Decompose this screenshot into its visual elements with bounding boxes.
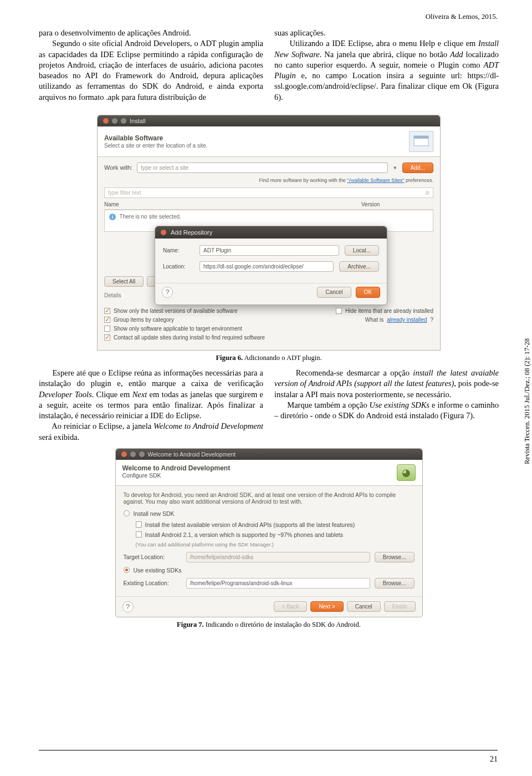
welcome-dialog: Welcome to Android Development Welcome t… — [115, 448, 423, 617]
figure-7: Welcome to Android Development Welcome t… — [115, 448, 423, 629]
install-banner-icon — [409, 131, 433, 152]
intro-paragraph-left: para o desenvolvimento de aplicações And… — [39, 28, 263, 103]
existing-location-input[interactable]: /home/felipe/Programas/android-sdk-linux — [186, 578, 370, 589]
chk2-label: Group items by category — [114, 317, 174, 323]
radio-existing-label: Use existing SDKs — [134, 567, 182, 574]
checkbox-contact-sites[interactable] — [104, 334, 110, 341]
available-software-header: Available Software Select a site or ente… — [98, 126, 440, 157]
checkbox-android21[interactable] — [136, 531, 142, 537]
radio-use-existing[interactable] — [124, 567, 130, 573]
available-sites-link[interactable]: "Available Software Sites" — [347, 177, 404, 183]
intro-col-right: suas aplicações. Utilizando a IDE Eclips… — [274, 28, 499, 103]
existing-location-label: Existing Location: — [124, 580, 182, 586]
welcome-max-icon[interactable] — [139, 452, 145, 457]
footer-rule — [39, 750, 498, 750]
install-title: Install — [130, 118, 146, 124]
chk-latest-api-label: Install the latest available version of … — [145, 521, 355, 528]
sdk-manager-note: (You can add additional platforms using … — [136, 541, 415, 547]
install-titlebar: Install — [98, 115, 440, 126]
checkbox-latest-versions[interactable] — [104, 308, 110, 314]
welcome-header-title: Welcome to Android Development — [122, 464, 231, 472]
window-max-icon[interactable] — [121, 118, 126, 124]
table-header: Name Version — [104, 201, 433, 210]
radio-install-new-sdk[interactable] — [124, 510, 130, 516]
work-with-input[interactable]: type or select a site — [137, 163, 388, 173]
intro-col-left: para o desenvolvimento de aplicações And… — [39, 28, 263, 103]
checkbox-latest-api[interactable] — [136, 521, 142, 528]
figure-6-caption: Figura 6. Adicionando o ADT plugin. — [97, 354, 441, 362]
window-min-icon[interactable] — [112, 118, 117, 124]
radio-install-label: Install new SDK — [134, 510, 175, 517]
col-name: Name — [104, 201, 361, 207]
body2-left: Espere até que o Eclipse reúna as inform… — [39, 368, 263, 443]
local-button[interactable]: Local... — [345, 245, 379, 256]
welcome-help-icon[interactable]: ? — [122, 601, 134, 612]
window-close-icon[interactable] — [103, 118, 109, 124]
software-table: i There is no site selected. Add Reposit… — [104, 210, 433, 232]
already-installed-link[interactable]: already installed — [387, 317, 427, 323]
checkbox-group-category[interactable] — [104, 317, 110, 323]
chk1r-label: Hide items that are already installed — [345, 308, 433, 314]
target-browse-button[interactable]: Browse... — [375, 552, 415, 562]
figure-7-caption: Figura 7. Indicando o diretório de insta… — [115, 621, 423, 629]
select-all-button[interactable]: Select All — [104, 276, 144, 287]
back-button: < Back — [274, 601, 308, 612]
add-repository-dialog: Add Repository Name: ADT Plugin Local...… — [155, 226, 387, 305]
figure-6: Install Available Software Select a site… — [97, 115, 441, 362]
welcome-min-icon[interactable] — [130, 452, 136, 457]
info-icon: i — [109, 214, 116, 220]
welcome-header: Welcome to Android Development Configure… — [116, 460, 422, 486]
page-number: 21 — [490, 755, 498, 764]
checkbox-applicable-target[interactable] — [104, 326, 110, 332]
no-site-message: There is no site selected. — [120, 214, 181, 220]
target-location-input[interactable]: /home/felipe/android-sdks — [186, 552, 370, 562]
name-label: Name: — [163, 247, 194, 253]
cancel-button-2[interactable]: Cancel — [347, 601, 381, 612]
available-subtitle: Select a site or enter the location of a… — [104, 143, 207, 149]
chk1-label: Show only the latest versions of availab… — [114, 308, 237, 314]
page-header-author: Oliveira & Lemos, 2015. — [426, 12, 498, 21]
body-columns-2: Espere até que o Eclipse reúna as inform… — [39, 368, 499, 443]
checkbox-hide-installed[interactable] — [336, 308, 342, 314]
target-location-label: Target Location: — [124, 554, 182, 560]
body2-right: Recomenda-se desmarcar a opção install t… — [274, 368, 499, 443]
existing-browse-button[interactable]: Browse... — [375, 578, 415, 589]
next-button[interactable]: Next > — [310, 601, 343, 612]
add-repo-titlebar: Add Repository — [155, 226, 387, 239]
install-dialog: Install Available Software Select a site… — [97, 115, 441, 351]
welcome-titlebar: Welcome to Android Development — [116, 449, 422, 460]
location-input[interactable]: https://dl-ssl.google.com/android/eclips… — [200, 261, 334, 272]
welcome-close-icon[interactable] — [121, 452, 127, 457]
work-with-row: Work with: type or select a site ▾ Add..… — [98, 157, 440, 176]
available-title: Available Software — [104, 134, 163, 142]
intro-columns: para o desenvolvimento de aplicações And… — [39, 28, 499, 103]
chk4-label: Contact all update sites during install … — [114, 334, 265, 341]
chk3-label: Show only software applicable to target … — [114, 326, 242, 332]
name-input[interactable]: ADT Plugin — [200, 245, 339, 256]
filter-clear-icon[interactable]: ⊘ — [425, 190, 429, 196]
ok-button[interactable]: OK — [356, 287, 380, 298]
filter-input[interactable]: type filter text ⊘ — [104, 187, 433, 198]
location-label: Location: — [163, 263, 194, 270]
cancel-button[interactable]: Cancel — [317, 287, 351, 298]
welcome-header-sub: Configure SDK — [122, 472, 231, 479]
add-button[interactable]: Add... — [402, 163, 433, 173]
hint-row: Find more software by working with the "… — [98, 176, 440, 187]
chk-android21-label: Install Android 2.1, a version which is … — [145, 531, 344, 538]
svg-rect-1 — [414, 136, 428, 139]
help-icon[interactable]: ? — [162, 287, 173, 298]
col-version: Version — [361, 201, 433, 207]
finish-button: Finish — [384, 601, 416, 612]
welcome-desc: To develop for Android, you need an Andr… — [124, 491, 415, 505]
options-section: Show only the latest versions of availab… — [98, 302, 440, 350]
popup-close-icon[interactable] — [161, 230, 166, 235]
dropdown-icon[interactable]: ▾ — [392, 164, 398, 171]
journal-citation-sidebar: Revista Teccen. 2015 Jul./Dez.; 08 (2): … — [523, 338, 531, 464]
intro-paragraph-right: suas aplicações. Utilizando a IDE Eclips… — [274, 28, 499, 103]
android-logo-icon: ◕ — [397, 464, 416, 481]
archive-button[interactable]: Archive... — [339, 261, 379, 272]
work-with-label: Work with: — [104, 164, 132, 171]
